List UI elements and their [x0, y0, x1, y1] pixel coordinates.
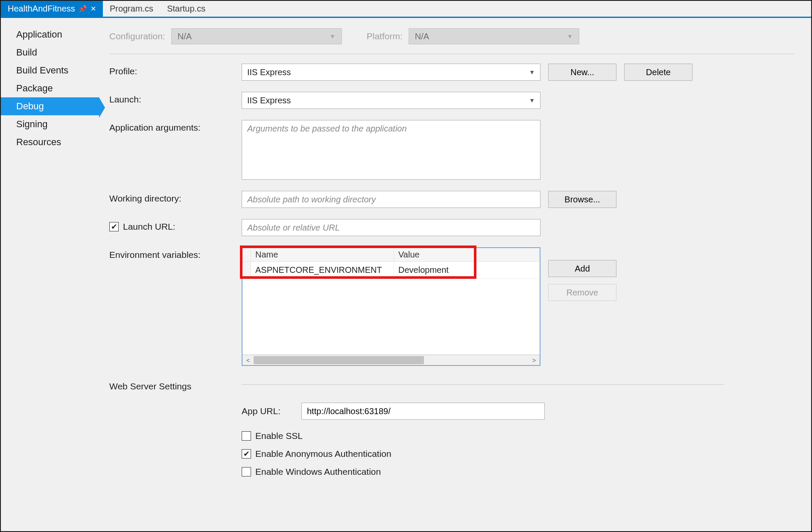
section-divider: [242, 384, 724, 385]
platform-label: Platform:: [367, 31, 403, 41]
enable-anonymous-auth-label: Enable Anonymous Authentication: [255, 449, 391, 459]
app-url-label: App URL:: [242, 406, 293, 416]
tab-label: HealthAndFitness: [8, 4, 75, 14]
env-vars-label: Environment variables:: [109, 247, 242, 366]
working-directory-input[interactable]: [242, 191, 540, 208]
config-platform-row: Configuration: N/A ▼ Platform: N/A ▼: [109, 28, 794, 54]
chevron-down-icon: ▼: [330, 33, 336, 40]
configuration-value: N/A: [178, 32, 192, 41]
tab-label: Program.cs: [110, 4, 153, 14]
tab-healthandfitness[interactable]: HealthAndFitness 📌 ✕: [1, 1, 103, 17]
sidenav-item-resources[interactable]: Resources: [1, 133, 99, 151]
scroll-right-icon[interactable]: >: [529, 355, 540, 365]
debug-form: Profile: IIS Express ▼ New... Delete Lau…: [109, 64, 724, 477]
env-vars-grid[interactable]: Name Value ASPNETCORE_ENVIRONMENT Develo…: [242, 247, 540, 366]
tab-label: Startup.cs: [167, 4, 205, 14]
app-arguments-input[interactable]: [242, 120, 540, 180]
enable-ssl-checkbox[interactable]: [242, 431, 251, 441]
sidenav-item-build-events[interactable]: Build Events: [1, 61, 99, 79]
env-header-value: Value: [394, 248, 540, 261]
configuration-label: Configuration:: [109, 31, 165, 41]
enable-anonymous-auth-checkbox[interactable]: ✔: [242, 449, 251, 459]
env-row[interactable]: ASPNETCORE_ENVIRONMENT Development: [242, 262, 540, 279]
body: Application Build Build Events Package D…: [1, 18, 811, 531]
platform-value: N/A: [415, 32, 429, 41]
new-profile-button[interactable]: New...: [548, 64, 616, 81]
profile-dropdown[interactable]: IIS Express ▼: [242, 64, 540, 81]
scroll-thumb[interactable]: [254, 356, 424, 364]
tab-startup-cs[interactable]: Startup.cs: [160, 1, 212, 17]
project-properties-window: HealthAndFitness 📌 ✕ Program.cs Startup.…: [0, 0, 812, 532]
scroll-left-icon[interactable]: <: [242, 355, 254, 365]
enable-windows-auth-label: Enable Windows Authentication: [255, 467, 381, 477]
sidenav-item-package[interactable]: Package: [1, 79, 99, 97]
chevron-down-icon: ▼: [529, 97, 535, 104]
env-row-value: Development: [394, 262, 540, 278]
enable-windows-auth-checkbox[interactable]: [242, 467, 251, 476]
env-row-name: ASPNETCORE_ENVIRONMENT: [251, 262, 394, 278]
delete-profile-button[interactable]: Delete: [624, 64, 692, 81]
app-url-input[interactable]: [301, 403, 545, 420]
env-remove-button[interactable]: Remove: [548, 284, 616, 301]
launch-url-checkbox[interactable]: ✔: [109, 222, 119, 231]
sidenav-item-application[interactable]: Application: [1, 26, 99, 44]
profile-value: IIS Express: [247, 67, 291, 77]
sidenav-item-debug[interactable]: Debug: [1, 97, 99, 115]
sidenav-item-signing[interactable]: Signing: [1, 115, 99, 133]
launch-url-input[interactable]: [242, 219, 540, 236]
env-add-button[interactable]: Add: [548, 260, 616, 277]
launch-value: IIS Express: [247, 96, 291, 105]
launch-url-checkbox-label: Launch URL:: [123, 222, 175, 232]
working-directory-label: Working directory:: [109, 191, 242, 208]
web-server-settings-heading: Web Server Settings: [109, 377, 242, 392]
env-grid-header: Name Value: [242, 248, 540, 262]
close-icon[interactable]: ✕: [91, 6, 96, 12]
debug-settings-panel: Configuration: N/A ▼ Platform: N/A ▼ Pro…: [99, 18, 811, 531]
tab-program-cs[interactable]: Program.cs: [103, 1, 160, 17]
profile-label: Profile:: [109, 64, 242, 81]
sidenav-item-build[interactable]: Build: [1, 44, 99, 61]
configuration-dropdown[interactable]: N/A ▼: [171, 28, 342, 44]
browse-button[interactable]: Browse...: [548, 191, 616, 208]
chevron-down-icon: ▼: [529, 69, 535, 76]
env-header-name: Name: [251, 248, 394, 261]
platform-dropdown[interactable]: N/A ▼: [409, 28, 579, 44]
document-tabstrip: HealthAndFitness 📌 ✕ Program.cs Startup.…: [1, 1, 811, 18]
app-arguments-label: Application arguments:: [109, 120, 242, 180]
env-grid-scrollbar[interactable]: < >: [242, 355, 540, 365]
enable-ssl-label: Enable SSL: [255, 431, 303, 441]
chevron-down-icon: ▼: [567, 33, 573, 40]
properties-sidenav: Application Build Build Events Package D…: [1, 18, 99, 531]
launch-dropdown[interactable]: IIS Express ▼: [242, 92, 540, 109]
pin-icon[interactable]: 📌: [79, 6, 87, 12]
launch-label: Launch:: [109, 92, 242, 109]
